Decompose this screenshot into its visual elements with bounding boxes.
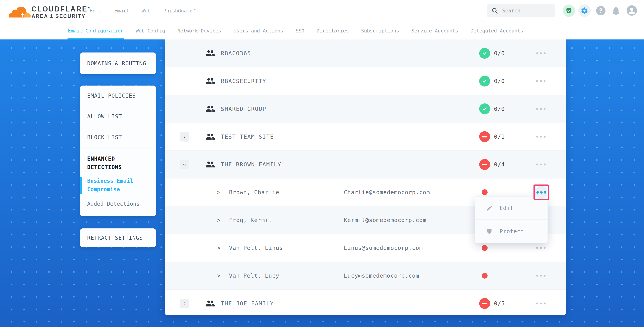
table-row-group[interactable]: RBACSECURITY 0/0 xyxy=(164,67,566,95)
tab-delegated-accounts[interactable]: Delegated Accounts xyxy=(470,22,523,39)
minus-icon xyxy=(482,136,487,137)
group-icon xyxy=(205,104,216,114)
sidebar-item-block-list[interactable]: BLOCK LIST xyxy=(80,127,156,148)
member-name: Frog, Kermit xyxy=(229,217,272,223)
help-button[interactable]: ? xyxy=(596,6,606,16)
sidebar-label: ALLOW LIST xyxy=(87,113,122,120)
cloudflare-logo-icon xyxy=(8,1,31,20)
nav-item-email[interactable]: Email xyxy=(114,8,129,13)
table-row-group[interactable]: TEST TEAM SITE 0/1 xyxy=(164,123,566,150)
shield-check-icon xyxy=(565,7,572,14)
bell-icon xyxy=(611,5,621,16)
highlight-box xyxy=(534,185,549,200)
row-menu-button[interactable] xyxy=(534,301,548,307)
row-menu-button[interactable] xyxy=(534,106,548,112)
group-name: TEST TEAM SITE xyxy=(221,133,274,140)
menu-item-protect[interactable]: Protect xyxy=(475,220,548,243)
user-avatar-icon xyxy=(626,5,638,16)
row-menu-button[interactable] xyxy=(534,245,548,251)
chevron-right-icon xyxy=(182,135,186,139)
group-icon xyxy=(205,76,216,86)
protection-count: 0/0 xyxy=(494,106,505,112)
minus-icon xyxy=(482,303,487,304)
nav-item-web[interactable]: Web xyxy=(142,8,150,13)
row-menu-button-active[interactable] xyxy=(535,186,548,199)
sidebar-group-enhanced-detections: ENHANCED DETECTIONS Business Email Compr… xyxy=(80,148,156,208)
sidebar-policies-card: EMAIL POLICIES ALLOW LIST BLOCK LIST ENH… xyxy=(80,85,156,216)
protection-count: 0/1 xyxy=(494,133,505,140)
status-allowed-badge xyxy=(479,76,490,86)
group-icon xyxy=(205,132,216,142)
protection-count: 0/5 xyxy=(494,300,505,307)
collapse-row-button[interactable] xyxy=(180,160,189,169)
search-input[interactable] xyxy=(502,7,549,14)
table-row-group[interactable]: THE JOE FAMILY 0/5 xyxy=(164,290,566,315)
group-name: THE JOE FAMILY xyxy=(221,300,274,307)
sidebar-label: DOMAINS & ROUTING xyxy=(87,60,146,67)
status-blocked-dot xyxy=(482,245,488,251)
status-blocked-badge xyxy=(479,159,490,170)
svg-text:?: ? xyxy=(599,7,603,14)
registered-mark: ® xyxy=(88,6,90,9)
notifications-button[interactable] xyxy=(611,5,621,17)
status-allowed-badge xyxy=(479,48,490,59)
table-row-group[interactable]: RBACO365 0/0 xyxy=(164,39,566,67)
check-icon xyxy=(482,78,488,84)
sidebar-item-domains-routing[interactable]: DOMAINS & ROUTING xyxy=(80,52,156,74)
nav-item-home[interactable]: Home xyxy=(90,8,101,13)
check-icon xyxy=(482,106,488,112)
row-menu-button[interactable] xyxy=(534,50,548,56)
chevron-right-icon xyxy=(182,301,186,306)
check-icon xyxy=(482,50,488,56)
sidebar-item-added-detections[interactable]: Added Detections xyxy=(87,200,149,208)
settings-button[interactable] xyxy=(578,4,591,17)
member-email: Kermit@somedemocorp.com xyxy=(344,217,426,223)
member-email: Lucy@somedemocorp.com xyxy=(344,272,419,279)
expand-row-button[interactable] xyxy=(180,132,189,142)
table-row-group[interactable]: SHARED_GROUP 0/0 xyxy=(164,95,566,123)
row-menu-button[interactable] xyxy=(534,273,548,279)
protection-count: 0/4 xyxy=(494,161,505,168)
row-menu-button[interactable] xyxy=(534,162,548,167)
tab-web-config[interactable]: Web Config xyxy=(136,22,165,39)
sidebar-label: BLOCK LIST xyxy=(87,134,122,141)
brand-subtitle: AREA 1 SECURITY xyxy=(32,13,90,19)
nav-item-phishguard[interactable]: PhishGuard™ xyxy=(164,8,196,13)
tab-subscriptions[interactable]: Subscriptions xyxy=(361,22,399,39)
member-email: Charlie@somedemocorp.com xyxy=(344,189,430,196)
member-email: Linus@somedemocorp.com xyxy=(344,245,423,251)
sidebar-item-enhanced-detections[interactable]: ENHANCED DETECTIONS xyxy=(87,155,149,172)
account-button[interactable] xyxy=(626,5,638,17)
expand-row-button[interactable] xyxy=(180,299,189,308)
menu-item-label: Edit xyxy=(500,205,514,211)
status-blocked-dot xyxy=(482,273,488,279)
sidebar-item-business-email-compromise[interactable]: Business Email Compromise xyxy=(80,177,149,194)
tab-email-configuration[interactable]: Email Configuration xyxy=(68,22,124,39)
row-menu-button[interactable] xyxy=(534,134,548,140)
sidebar-label: EMAIL POLICIES xyxy=(87,92,136,99)
tab-service-accounts[interactable]: Service Accounts xyxy=(412,22,458,39)
member-name: Van Pelt, Linus xyxy=(229,245,283,251)
content-background: DOMAINS & ROUTING EMAIL POLICIES ALLOW L… xyxy=(0,39,644,327)
tab-sso[interactable]: SSO xyxy=(296,22,304,39)
table-row-member[interactable]: > Van Pelt, Lucy Lucy@somedemocorp.com xyxy=(164,262,566,290)
search-icon xyxy=(491,7,498,14)
tab-network-devices[interactable]: Network Devices xyxy=(178,22,222,39)
table-row-group[interactable]: THE BROWN FAMILY 0/4 xyxy=(164,150,566,178)
menu-item-label: Protect xyxy=(500,228,524,235)
sidebar-item-retract-settings[interactable]: RETRACT SETTINGS xyxy=(80,228,156,247)
shield-icon xyxy=(486,228,493,235)
tab-directories[interactable]: Directories xyxy=(316,22,349,39)
search-box[interactable] xyxy=(487,4,555,17)
group-icon xyxy=(205,159,216,170)
group-icon xyxy=(205,48,216,58)
groups-table: RBACO365 0/0 RBACSECURITY 0/0 xyxy=(164,39,566,315)
status-allowed-badge xyxy=(479,103,490,114)
row-menu-button[interactable] xyxy=(534,78,548,84)
chevron-right-icon: > xyxy=(217,245,220,251)
tab-users-and-actions[interactable]: Users and Actions xyxy=(234,22,283,39)
security-status-button[interactable] xyxy=(563,4,575,17)
sidebar-item-allow-list[interactable]: ALLOW LIST xyxy=(80,106,156,127)
sidebar-item-email-policies[interactable]: EMAIL POLICIES xyxy=(80,85,156,106)
sidebar-label: RETRACT SETTINGS xyxy=(87,235,143,241)
